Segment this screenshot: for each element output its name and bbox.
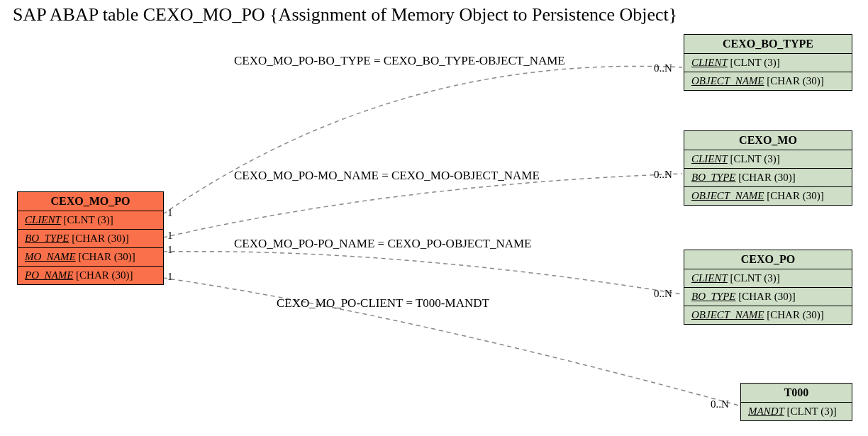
table-field: CLIENT [CLNT (3)] xyxy=(684,150,852,169)
cardinality-left: 1 xyxy=(167,271,173,283)
cardinality-right: 0..N xyxy=(654,62,672,74)
table-header: T000 xyxy=(741,384,852,403)
table-field: BO_TYPE [CHAR (30)] xyxy=(684,288,852,306)
table-field: BO_TYPE [CHAR (30)] xyxy=(18,230,163,248)
cardinality-left: 1 xyxy=(167,230,173,242)
relationship-label: CEXO_MO_PO-MO_NAME = CEXO_MO-OBJECT_NAME xyxy=(234,169,540,183)
table-field: MANDT [CLNT (3)] xyxy=(741,403,852,420)
page-title: SAP ABAP table CEXO_MO_PO {Assignment of… xyxy=(13,4,677,26)
table-field: OBJECT_NAME [CHAR (30)] xyxy=(684,306,852,324)
cardinality-right: 0..N xyxy=(654,169,672,181)
table-field: CLIENT [CLNT (3)] xyxy=(18,211,163,230)
table-cexo-po: CEXO_PO CLIENT [CLNT (3)] BO_TYPE [CHAR … xyxy=(684,250,852,325)
table-header: CEXO_MO xyxy=(684,131,852,150)
table-field: PO_NAME [CHAR (30)] xyxy=(18,267,163,284)
cardinality-right: 0..N xyxy=(654,288,672,300)
table-header: CEXO_BO_TYPE xyxy=(684,35,852,54)
table-cexo-mo-po: CEXO_MO_PO CLIENT [CLNT (3)] BO_TYPE [CH… xyxy=(17,191,164,285)
table-field: OBJECT_NAME [CHAR (30)] xyxy=(684,72,852,90)
cardinality-left: 1 xyxy=(167,244,173,256)
cardinality-right: 0..N xyxy=(711,398,729,410)
table-header: CEXO_MO_PO xyxy=(18,192,163,211)
cardinality-left: 1 xyxy=(167,207,173,219)
table-field: OBJECT_NAME [CHAR (30)] xyxy=(684,187,852,205)
table-field: CLIENT [CLNT (3)] xyxy=(684,269,852,288)
table-field: BO_TYPE [CHAR (30)] xyxy=(684,169,852,187)
table-t000: T000 MANDT [CLNT (3)] xyxy=(740,383,852,421)
table-cexo-mo: CEXO_MO CLIENT [CLNT (3)] BO_TYPE [CHAR … xyxy=(684,130,852,206)
table-field: CLIENT [CLNT (3)] xyxy=(684,54,852,72)
table-header: CEXO_PO xyxy=(684,250,852,269)
relationship-label: CEXO_MO_PO-BO_TYPE = CEXO_BO_TYPE-OBJECT… xyxy=(234,54,565,68)
relationship-label: CEXO_MO_PO-CLIENT = T000-MANDT xyxy=(277,296,489,311)
relationship-label: CEXO_MO_PO-PO_NAME = CEXO_PO-OBJECT_NAME xyxy=(234,237,532,251)
table-field: MO_NAME [CHAR (30)] xyxy=(18,248,163,267)
table-cexo-bo-type: CEXO_BO_TYPE CLIENT [CLNT (3)] OBJECT_NA… xyxy=(684,34,852,91)
